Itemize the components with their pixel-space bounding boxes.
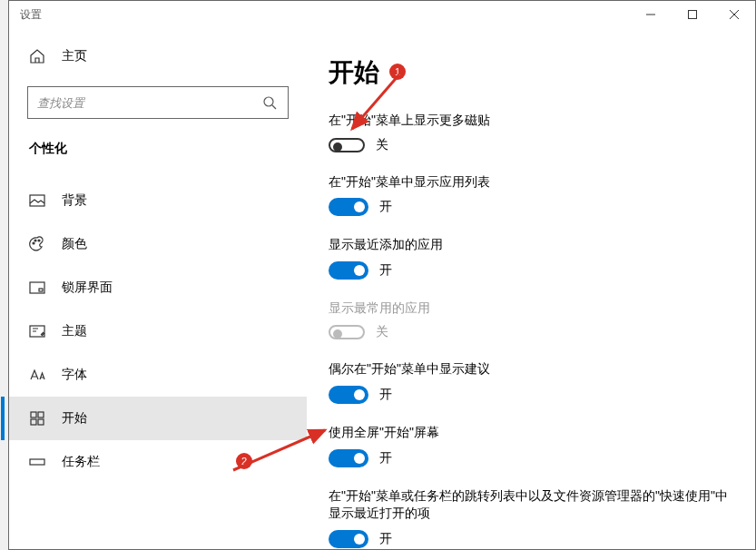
toggle-state: 开 [379,199,392,215]
toggle-state: 开 [379,531,392,547]
close-button[interactable] [713,1,755,28]
home-link[interactable]: 主页 [9,41,307,72]
svg-point-8 [34,240,36,241]
setting-1: 在"开始"菜单中显示应用列表开 [329,173,728,217]
setting-6: 在"开始"菜单或任务栏的跳转列表中以及文件资源管理器的"快速使用"中显示最近打开… [329,487,728,548]
setting-label: 显示最近添加的应用 [329,236,728,254]
sidebar-item-label: 背景 [62,192,87,209]
toggle-row: 开 [329,449,728,467]
home-label: 主页 [62,48,87,64]
setting-4: 偶尔在"开始"菜单中显示建议开 [329,360,728,404]
window-title: 设置 [20,7,42,23]
page-title: 开始 [329,55,728,90]
home-icon [29,48,45,64]
toggle-row: 开 [329,261,728,280]
search-icon [260,95,279,110]
maximize-button[interactable] [672,1,713,28]
settings-window: 设置 主页 [8,0,756,550]
palette-icon [29,236,45,252]
titlebar: 设置 [9,1,755,28]
toggle-state: 关 [376,137,388,153]
search-input[interactable] [37,96,253,110]
sidebar-item-background[interactable]: 背景 [9,179,307,222]
search-container [27,86,289,119]
sidebar: 主页 个性化 背景 [9,28,307,549]
annotation-badge-2: 2 [236,453,252,469]
main-panel: 开始 在"开始"菜单上显示更多磁贴关在"开始"菜单中显示应用列表开显示最近添加的… [307,28,755,549]
category-label: 个性化 [9,119,307,166]
svg-line-5 [272,105,276,109]
sidebar-item-label: 字体 [62,367,87,383]
setting-2: 显示最近添加的应用开 [329,236,728,280]
search-box[interactable] [27,86,289,119]
lock-screen-icon [29,280,45,296]
start-icon [29,410,45,427]
svg-rect-14 [38,412,44,417]
toggle-switch[interactable] [329,386,368,404]
minimize-button[interactable] [630,1,672,28]
setting-3: 显示最常用的应用关 [329,300,728,341]
sidebar-item-colors[interactable]: 颜色 [9,222,307,266]
svg-rect-15 [31,419,36,425]
svg-rect-11 [39,289,43,291]
toggle-switch[interactable] [329,138,365,152]
image-icon [29,192,45,209]
toggle-switch[interactable] [329,261,368,280]
toggle-row: 关 [329,324,728,340]
window-controls [630,1,755,28]
sidebar-item-themes[interactable]: 主题 [9,309,307,353]
toggle-state: 开 [379,387,392,403]
svg-rect-13 [31,412,36,417]
setting-0: 在"开始"菜单上显示更多磁贴关 [329,112,728,153]
sidebar-item-fonts[interactable]: 字体 [9,353,307,397]
nav-list: 背景 颜色 锁屏界面 [9,179,307,484]
setting-label: 使用全屏"开始"屏幕 [329,424,728,442]
content-area: 主页 个性化 背景 [9,28,755,549]
font-icon [29,367,45,383]
svg-point-9 [38,240,40,241]
taskbar-icon [29,454,45,470]
sidebar-item-lockscreen[interactable]: 锁屏界面 [9,266,307,309]
svg-rect-6 [30,195,44,206]
toggle-switch[interactable] [329,530,368,548]
setting-label: 在"开始"菜单中显示应用列表 [329,173,728,192]
annotation-badge-1: 1 [389,64,406,80]
sidebar-item-label: 任务栏 [62,454,100,470]
theme-icon [29,323,45,339]
setting-5: 使用全屏"开始"屏幕开 [329,424,728,467]
sidebar-item-label: 主题 [62,323,87,339]
sidebar-item-label: 锁屏界面 [62,280,113,296]
toggle-switch[interactable] [329,198,368,216]
setting-label: 在"开始"菜单上显示更多磁贴 [329,112,728,130]
toggle-row: 关 [329,137,728,153]
setting-label: 在"开始"菜单或任务栏的跳转列表中以及文件资源管理器的"快速使用"中显示最近打开… [329,487,728,523]
svg-point-7 [33,242,34,244]
toggle-row: 开 [329,198,728,216]
toggle-switch[interactable] [329,449,368,467]
toggle-state: 开 [379,262,392,279]
sidebar-item-label: 颜色 [62,236,87,252]
sidebar-item-label: 开始 [62,410,87,427]
toggle-state: 开 [379,450,392,467]
setting-label: 显示最常用的应用 [329,300,728,318]
toggle-switch [329,325,365,339]
svg-rect-16 [38,419,44,425]
sidebar-item-start[interactable]: 开始 [9,397,307,440]
toggle-row: 开 [329,386,728,404]
svg-rect-17 [30,459,44,465]
svg-point-4 [264,97,273,106]
toggle-row: 开 [329,530,728,548]
svg-rect-1 [689,11,697,19]
toggle-state: 关 [376,324,388,340]
setting-label: 偶尔在"开始"菜单中显示建议 [329,360,728,378]
sidebar-item-taskbar[interactable]: 任务栏 [9,440,307,484]
